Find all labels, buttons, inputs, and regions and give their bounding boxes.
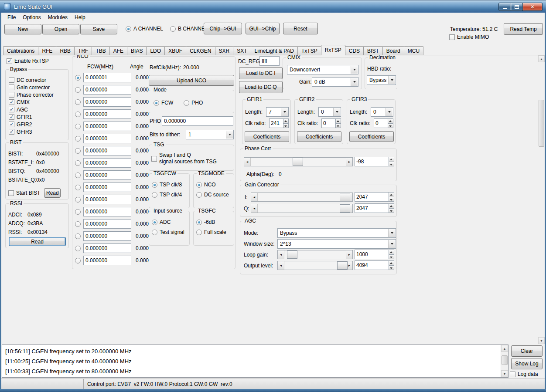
dc-source-radio[interactable]: DC source (196, 192, 234, 198)
tab-board[interactable]: Board (382, 46, 404, 55)
tab-bias[interactable]: BIAS (127, 46, 147, 55)
gain-q-slider[interactable]: ◄► (251, 204, 353, 213)
spin-up-icon[interactable] (389, 250, 394, 255)
dither-select[interactable]: 1 (186, 130, 234, 139)
scrollbar-thumb[interactable] (539, 100, 544, 147)
log-scrollbar[interactable]: ▲ ▼ (501, 345, 508, 377)
gfir1-length-select[interactable]: 7 (266, 107, 289, 117)
nco-row-radio[interactable] (75, 197, 81, 203)
cmix-checkbox[interactable]: CMIX (9, 98, 68, 106)
close-button[interactable]: ✕ (523, 3, 543, 11)
main-vertical-scrollbar[interactable]: ▲ ▼ (538, 55, 545, 344)
slider-left-arrow-icon[interactable]: ◄ (251, 204, 258, 213)
gfir2-coefficients-button[interactable]: Coefficients (297, 131, 341, 142)
upload-nco-button[interactable]: Upload NCO (149, 75, 234, 86)
spin-up-icon[interactable] (335, 118, 341, 124)
nco-row-radio[interactable] (75, 209, 81, 215)
nco-fcw-input[interactable]: 0.000000 (83, 231, 131, 241)
show-log-button[interactable]: Show Log (511, 358, 543, 369)
spin-down-icon[interactable] (389, 255, 394, 260)
tab-limelight-pad[interactable]: LimeLight & PAD (251, 46, 298, 55)
scroll-up-icon[interactable]: ▲ (501, 345, 508, 352)
chip-to-gui-button[interactable]: Chip-->GUI (204, 23, 242, 34)
agc-window-select[interactable]: 2^13 (277, 239, 396, 249)
phase-corr-slider[interactable]: ◄► (244, 157, 353, 166)
scroll-up-icon[interactable]: ▲ (538, 55, 545, 62)
full-scale-radio[interactable]: Full scale (196, 229, 234, 235)
slider-left-arrow-icon[interactable]: ◄ (278, 261, 284, 270)
tab-cds[interactable]: CDS (345, 46, 364, 55)
cmix-mode-select[interactable]: Downconvert (287, 65, 358, 74)
spin-down-icon[interactable] (389, 209, 394, 213)
nco-fcw-input[interactable]: 0.000000 (83, 146, 131, 155)
phase-corr-spinner[interactable]: -98 (355, 157, 394, 166)
nco-row-radio[interactable] (75, 221, 81, 227)
rssi-read-button[interactable]: Read (9, 237, 66, 246)
reset-button[interactable]: Reset (283, 23, 318, 34)
test-signal-radio[interactable]: Test signal (152, 229, 189, 235)
tab-bist[interactable]: BIST (363, 46, 383, 55)
adc-radio[interactable]: ADC (152, 219, 189, 225)
nco-fcw-input[interactable]: 0.000000 (83, 109, 131, 119)
load-dc-i-button[interactable]: Load to DC I (239, 67, 283, 79)
cmix-gain-select[interactable]: 0 dB (312, 77, 358, 87)
nco-radio[interactable]: NCO (196, 182, 234, 188)
spin-up-icon[interactable] (283, 118, 289, 124)
nco-fcw-input[interactable]: 0.000000 (83, 97, 131, 107)
new-button[interactable]: New (4, 24, 41, 34)
nco-fcw-input[interactable]: 0.000000 (83, 182, 131, 192)
slider-thumb[interactable] (293, 158, 303, 166)
nco-fcw-input[interactable]: 0.000000 (83, 243, 131, 253)
slider-thumb[interactable] (287, 250, 297, 259)
gfir1-checkbox[interactable]: GFIR1 (9, 113, 68, 121)
nco-fcw-input[interactable]: 0.000000 (83, 219, 131, 229)
slider-track[interactable] (284, 261, 346, 270)
gfir2-clk-spinner[interactable]: 0 (321, 118, 341, 128)
minimize-button[interactable] (498, 3, 511, 11)
spin-down-icon[interactable] (389, 162, 394, 167)
tab-sxr[interactable]: SXR (215, 46, 234, 55)
nco-fcw-input[interactable]: 0.000000 (83, 170, 131, 180)
menu-options[interactable]: Options (19, 14, 44, 21)
dc-reg-input[interactable]: ffff (259, 56, 280, 66)
gfir3-clk-spinner[interactable]: 0 (374, 118, 393, 128)
title-bar[interactable]: Lime Suite GUI ✕ (0, 0, 546, 13)
tab-txtsp[interactable]: TxTSP (297, 46, 321, 55)
nco-fcw-input[interactable]: 0.000000 (83, 85, 131, 95)
nco-row-radio[interactable] (75, 233, 81, 239)
save-button[interactable]: Save (80, 24, 117, 34)
clear-button[interactable]: Clear (511, 345, 543, 357)
nco-row-radio[interactable] (75, 87, 81, 93)
a-channel-radio[interactable]: A CHANNEL (126, 26, 163, 32)
nco-row-radio[interactable] (75, 172, 81, 178)
phase-corrector-checkbox[interactable]: Phase corrector (9, 91, 68, 98)
slider-right-arrow-icon[interactable]: ► (346, 158, 352, 166)
tab-ldo[interactable]: LDO (146, 46, 165, 55)
scrollbar-track[interactable] (538, 62, 545, 337)
slider-thumb[interactable] (340, 204, 350, 213)
slider-left-arrow-icon[interactable]: ◄ (251, 193, 258, 201)
enable-rxtsp-checkbox[interactable]: Enable RxTSP (7, 58, 49, 64)
gfir2-length-select[interactable]: 0 (318, 107, 341, 117)
tab-rfe[interactable]: RFE (38, 46, 56, 55)
gfir3-coefficients-button[interactable]: Coefficients (349, 131, 394, 142)
b-channel-radio[interactable]: B CHANNEL (170, 26, 208, 32)
tab-afe[interactable]: AFE (109, 46, 127, 55)
nco-fcw-input[interactable]: 0.000000 (83, 122, 131, 131)
agc-output-slider[interactable]: ◄► (277, 261, 353, 270)
slider-track[interactable] (258, 193, 346, 201)
gain-i-spinner[interactable]: 2047 (355, 192, 394, 202)
nco-row-radio[interactable] (75, 185, 81, 190)
spin-up-icon[interactable] (389, 260, 394, 266)
nco-row-radio[interactable] (75, 99, 81, 105)
log-data-checkbox[interactable]: Log data (510, 371, 538, 377)
agc-mode-select[interactable]: Bypass (277, 228, 396, 238)
menu-file[interactable]: File (4, 14, 19, 21)
nco-fcw-input[interactable]: 0.000000 (83, 256, 131, 265)
agc-loop-slider[interactable]: ◄► (277, 250, 353, 259)
tsp-clk-4-radio[interactable]: TSP clk/4 (152, 192, 189, 198)
slider-thumb[interactable] (337, 261, 348, 270)
hbd-ratio-select[interactable]: Bypass (367, 75, 396, 85)
scroll-down-icon[interactable]: ▼ (538, 337, 545, 344)
tab-xbuf[interactable]: XBUF (164, 46, 186, 55)
